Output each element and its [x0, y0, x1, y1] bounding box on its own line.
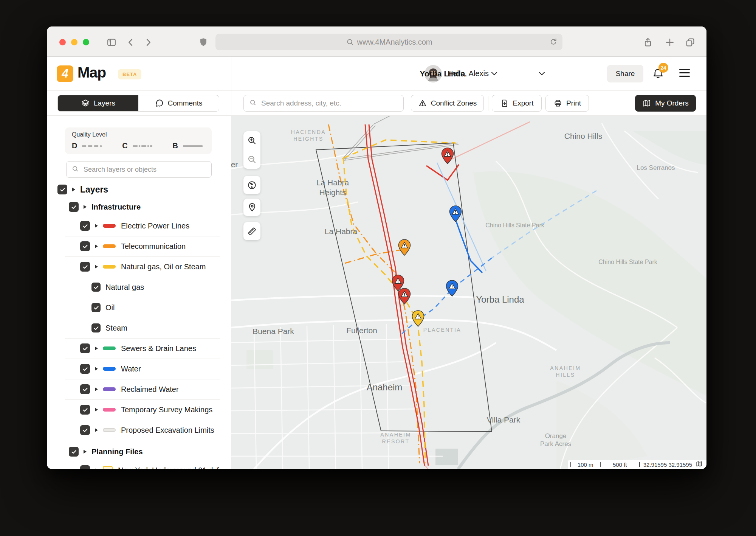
checkbox-checked[interactable] [80, 465, 90, 469]
checkbox-checked[interactable] [91, 283, 101, 292]
expand-arrow-icon[interactable] [95, 468, 98, 469]
print-button[interactable]: Print [545, 95, 589, 112]
expand-arrow-icon[interactable] [95, 367, 98, 371]
measure-control [243, 222, 260, 240]
share-button[interactable]: Share [607, 65, 643, 82]
layer-label: New York Underground 01.dxf [118, 466, 219, 469]
expand-arrow-icon[interactable] [95, 244, 98, 248]
new-tab-icon[interactable] [665, 37, 675, 48]
layers-search-input[interactable] [83, 165, 206, 174]
map-marker-conflict[interactable] [441, 148, 454, 164]
layer-label: Infrastructure [91, 203, 141, 211]
privacy-shield-icon[interactable] [198, 37, 209, 48]
address-search[interactable] [243, 95, 404, 112]
my-orders-button[interactable]: My Orders [635, 95, 696, 112]
expand-arrow-icon[interactable] [95, 408, 98, 412]
layer-row-new-york-underground-01-dxf[interactable]: New York Underground 01.dxf [47, 460, 231, 469]
export-button[interactable]: Export [492, 95, 542, 112]
zoom-out-button[interactable] [243, 150, 260, 169]
address-bar[interactable]: www.4MAnalytics.com [215, 34, 562, 50]
layer-row-proposed-excavation-limits[interactable]: Proposed Excavation Limits [47, 420, 231, 440]
expand-arrow-icon[interactable] [95, 265, 98, 269]
browser-window: www.4MAnalytics.com 4 Map BETA [47, 26, 706, 469]
menu-icon[interactable] [679, 69, 690, 78]
map-marker-conflict[interactable] [449, 205, 462, 222]
expand-arrow-icon[interactable] [84, 450, 87, 454]
layer-label: Proposed Excavation Limits [121, 426, 214, 435]
ruler-icon[interactable] [243, 222, 260, 240]
layer-label: Steam [105, 324, 127, 332]
checkbox-checked[interactable] [80, 384, 90, 394]
globe-icon[interactable] [243, 176, 260, 194]
layer-row-layers[interactable]: Layers [47, 181, 231, 198]
map-marker-conflict[interactable] [446, 280, 459, 297]
layers-search[interactable] [66, 161, 212, 178]
map-marker-conflict[interactable] [398, 239, 411, 256]
checkbox-checked[interactable] [57, 185, 67, 194]
fullscreen-window-button[interactable] [83, 39, 89, 45]
checkbox-checked[interactable] [69, 202, 79, 212]
checkbox-checked[interactable] [80, 221, 90, 231]
tab-overview-icon[interactable] [685, 37, 696, 48]
close-window-button[interactable] [59, 39, 66, 45]
tab-layers[interactable]: Layers [58, 95, 138, 111]
layer-row-water[interactable]: Water [47, 359, 231, 379]
map-viewport[interactable]: HACIENDA HEIGHTSChino HillsLos SerranosL… [231, 116, 706, 469]
forward-icon[interactable] [143, 37, 153, 48]
layer-row-infrastructure[interactable]: Infrastructure [47, 198, 231, 216]
expand-arrow-icon[interactable] [95, 428, 98, 432]
expand-arrow-icon[interactable] [95, 387, 98, 391]
expand-arrow-icon[interactable] [95, 224, 98, 228]
checkbox-checked[interactable] [91, 323, 101, 332]
app-root: 4 Map BETA Layers [47, 57, 706, 469]
checkbox-checked[interactable] [69, 447, 79, 457]
map-fold-icon[interactable] [696, 460, 703, 469]
expand-arrow-icon[interactable] [84, 205, 87, 209]
sidebar: 4 Map BETA Layers [47, 57, 231, 469]
layer-row-steam[interactable]: Steam [47, 318, 231, 338]
app-logo[interactable]: 4 [57, 65, 73, 82]
checkbox-checked[interactable] [91, 303, 101, 312]
checkbox-checked[interactable] [80, 343, 90, 353]
location-pin-icon[interactable] [243, 199, 260, 216]
layer-row-natural-gas-oil-or-steam[interactable]: Natural gas, Oil or Steam [47, 256, 231, 277]
layer-label: Natural gas, Oil or Steam [121, 263, 206, 271]
layer-row-electric-power-lines[interactable]: Electric Power Lines [47, 216, 231, 236]
conflict-zones-button[interactable]: Conflict Zones [411, 95, 484, 112]
reload-icon[interactable] [549, 37, 558, 47]
layer-row-sewers-drain-lanes[interactable]: Sewers & Drain Lanes [47, 338, 231, 359]
map-marker-conflict[interactable] [412, 310, 424, 327]
quality-level-items: D C B [72, 141, 205, 150]
layer-row-reclaimed-water[interactable]: Reclaimed Water [47, 379, 231, 399]
layer-row-telecommunication[interactable]: Telecommunication [47, 236, 231, 256]
tab-comments[interactable]: Comments [138, 95, 219, 111]
checkbox-checked[interactable] [80, 425, 90, 435]
address-search-input[interactable] [260, 99, 398, 108]
location-title[interactable]: Yorba Linda [231, 69, 654, 78]
layer-label: Sewers & Drain Lanes [121, 344, 196, 353]
checkbox-checked[interactable] [80, 364, 90, 374]
sidebar-toggle-icon[interactable] [106, 37, 117, 48]
layer-row-planning-files[interactable]: Planning Files [47, 443, 231, 460]
layer-label: Reclaimed Water [121, 385, 179, 394]
expand-arrow-icon[interactable] [72, 188, 75, 191]
minimize-window-button[interactable] [71, 39, 77, 45]
layer-color-swatch [103, 346, 116, 350]
layer-row-natural-gas[interactable]: Natural gas [47, 277, 231, 297]
notification-badge[interactable]: 24 [658, 63, 668, 73]
zoom-in-button[interactable] [243, 131, 260, 150]
back-icon[interactable] [125, 37, 136, 48]
checkbox-checked[interactable] [80, 241, 90, 251]
checkbox-checked[interactable] [80, 262, 90, 272]
layer-label: Layers [80, 185, 108, 195]
layer-color-swatch [103, 224, 116, 228]
layer-row-oil[interactable]: Oil [47, 297, 231, 318]
printer-icon [553, 99, 562, 108]
logo-letter: 4 [62, 67, 68, 81]
share-page-icon[interactable] [643, 37, 653, 48]
map-marker-conflict[interactable] [398, 288, 411, 305]
expand-arrow-icon[interactable] [95, 346, 98, 350]
checkbox-checked[interactable] [80, 405, 90, 415]
layer-row-temporary-survey-makings[interactable]: Temporary Survey Makings [47, 399, 231, 420]
layer-label: Telecommunication [121, 242, 186, 251]
